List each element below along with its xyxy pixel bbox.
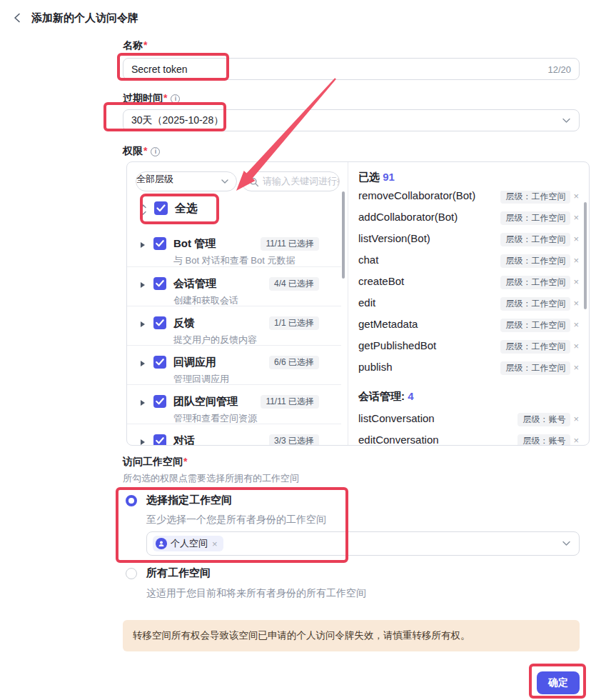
warning-text: 转移空间所有权会导致该空间已申请的个人访问令牌失效，请慎重转移所有权。	[133, 629, 470, 642]
selected-pane: 已选 91 removeCollaborator(Bot)层级：工作空间× ad…	[348, 162, 590, 445]
avatar	[156, 538, 167, 549]
selected-list: removeCollaborator(Bot)层级：工作空间× addColla…	[348, 191, 590, 445]
selection-badge: 6/6 已选择	[269, 356, 319, 369]
expand-triangle-icon[interactable]	[141, 321, 145, 327]
level-tag: 层级：工作空间	[500, 276, 570, 289]
unfold-icon[interactable]	[139, 204, 147, 216]
selected-count: 91	[383, 171, 395, 183]
remove-icon[interactable]: ×	[573, 276, 579, 287]
remove-icon[interactable]: ×	[573, 212, 579, 223]
tree-row-callback[interactable]: 回调应用 6/6 已选择 管理回调应用	[127, 345, 341, 384]
tree-checkbox[interactable]	[153, 356, 166, 369]
search-placeholder: 请输入关键词进行搜索	[263, 175, 340, 188]
chevron-down-icon	[562, 541, 570, 546]
selected-item: removeCollaborator(Bot)层级：工作空间×	[348, 191, 590, 206]
page-title: 添加新的个人访问令牌	[31, 11, 138, 25]
expiry-select[interactable]: 30天（2025-10-28）	[123, 109, 580, 131]
remove-icon[interactable]: ×	[212, 539, 218, 549]
level-tag: 层级：工作空间	[500, 340, 570, 354]
tree-title: Bot 管理	[173, 237, 216, 251]
tree-checkbox[interactable]	[153, 434, 166, 446]
radio-all-workspaces[interactable]	[126, 568, 137, 579]
selected-item: publish层级：工作空间×	[348, 356, 590, 378]
chevron-down-icon	[562, 118, 570, 123]
remove-icon[interactable]: ×	[573, 341, 579, 351]
chevron-left-icon	[11, 11, 24, 24]
permissions-label: 权限*i	[123, 145, 160, 158]
chevron-down-icon	[221, 179, 228, 184]
expand-triangle-icon[interactable]	[141, 361, 145, 366]
remove-icon[interactable]: ×	[573, 414, 579, 424]
workspace-tag: 个人空间 ×	[153, 536, 223, 551]
right-pane-scrollbar[interactable]	[584, 202, 587, 309]
expand-triangle-icon[interactable]	[141, 282, 145, 288]
option-all-desc: 这适用于您目前和将来所有者身份的所有工作空间	[146, 587, 366, 600]
info-icon: i	[151, 147, 160, 156]
name-input-value: Secret token	[131, 64, 188, 75]
tree-row-feedback[interactable]: 反馈 1/1 已选择 提交用户的反馈内容	[127, 306, 341, 345]
check-icon	[154, 201, 168, 215]
select-all-label: 全选	[175, 201, 198, 216]
tree-checkbox[interactable]	[153, 316, 166, 329]
selection-badge: 3/3 已选择	[269, 434, 319, 446]
select-all-row[interactable]: 全选	[127, 196, 341, 222]
tree-row-session[interactable]: 会话管理 4/4 已选择 创建和获取会话	[127, 266, 341, 306]
remove-icon[interactable]: ×	[573, 191, 579, 201]
keyword-search-input[interactable]: 请输入关键词进行搜索	[241, 171, 340, 191]
selected-list-viewport: removeCollaborator(Bot)层级：工作空间× addColla…	[348, 191, 590, 445]
selected-item: listVersion(Bot)层级：工作空间×	[348, 228, 590, 249]
tree-checkbox[interactable]	[153, 395, 166, 408]
level-tag: 层级：工作空间	[500, 297, 570, 311]
tree-title: 反馈	[173, 316, 195, 330]
remove-icon[interactable]: ×	[573, 319, 579, 330]
remove-icon[interactable]: ×	[573, 435, 579, 445]
option-specific-title[interactable]: 选择指定工作空间	[146, 494, 232, 507]
selected-header: 已选 91	[358, 171, 395, 184]
selection-badge: 4/4 已选择	[269, 277, 319, 291]
left-pane-scrollbar[interactable]	[342, 191, 345, 279]
level-tag: 层级：工作空间	[500, 254, 570, 268]
tree-row-bot-manage[interactable]: Bot 管理 11/11 已选择 与 Bot 对话和查看 Bot 元数据	[127, 231, 341, 270]
selected-item: getPublishedBot层级：工作空间×	[348, 335, 590, 356]
tree-checkbox[interactable]	[153, 237, 166, 250]
tree-title: 团队空间管理	[173, 395, 238, 409]
remove-icon[interactable]: ×	[573, 234, 579, 244]
expiry-label: 过期时间*i	[123, 92, 180, 105]
char-counter: 12/20	[547, 64, 571, 74]
workspace-select-input[interactable]: 个人空间 ×	[146, 531, 580, 556]
expand-triangle-icon[interactable]	[141, 439, 145, 445]
level-filter-select[interactable]: 全部层级	[136, 171, 237, 191]
selected-item: addCollaborator(Bot)层级：工作空间×	[348, 206, 590, 228]
remove-icon[interactable]: ×	[573, 298, 579, 309]
radio-specific-workspace[interactable]	[126, 495, 137, 506]
expiry-value: 30天（2025-10-28）	[131, 114, 223, 127]
tree-checkbox[interactable]	[153, 277, 166, 290]
info-icon: i	[171, 94, 180, 104]
workspace-label: 访问工作空间*	[123, 456, 187, 469]
remove-icon[interactable]: ×	[573, 255, 579, 266]
permissions-panel: 全部层级 请输入关键词进行搜索 全选	[126, 161, 590, 446]
tree-row-team-space[interactable]: 团队空间管理 11/11 已选择 管理和查看空间资源	[127, 384, 341, 424]
selection-badge: 11/11 已选择	[261, 395, 319, 409]
level-tag: 层级：工作空间	[500, 211, 570, 225]
add-token-page: 添加新的个人访问令牌 名称* Secret token 12/20 过期时间*i…	[0, 0, 601, 700]
level-tag: 层级：账号	[517, 413, 570, 426]
select-all-checkbox[interactable]	[154, 201, 168, 215]
back-button[interactable]	[11, 11, 24, 24]
level-tag: 层级：工作空间	[500, 361, 570, 375]
tree-title: 对话	[173, 434, 195, 446]
level-filter-value: 全部层级	[136, 174, 173, 184]
confirm-button[interactable]: 确定	[537, 671, 580, 694]
expand-triangle-icon[interactable]	[141, 242, 145, 248]
selected-item: createBot层级：工作空间×	[348, 271, 590, 292]
selected-item: edit层级：工作空间×	[348, 292, 590, 314]
name-input[interactable]: Secret token 12/20	[123, 58, 580, 80]
name-label: 名称*	[123, 39, 147, 52]
level-tag: 层级：工作空间	[500, 233, 570, 246]
selected-item: chat层级：工作空间×	[348, 249, 590, 271]
expand-triangle-icon[interactable]	[141, 400, 145, 406]
remove-icon[interactable]: ×	[573, 362, 579, 373]
tree-row-dialog[interactable]: 对话 3/3 已选择	[127, 424, 341, 446]
option-all-title[interactable]: 所有工作空间	[146, 566, 211, 580]
search-icon	[249, 177, 259, 187]
